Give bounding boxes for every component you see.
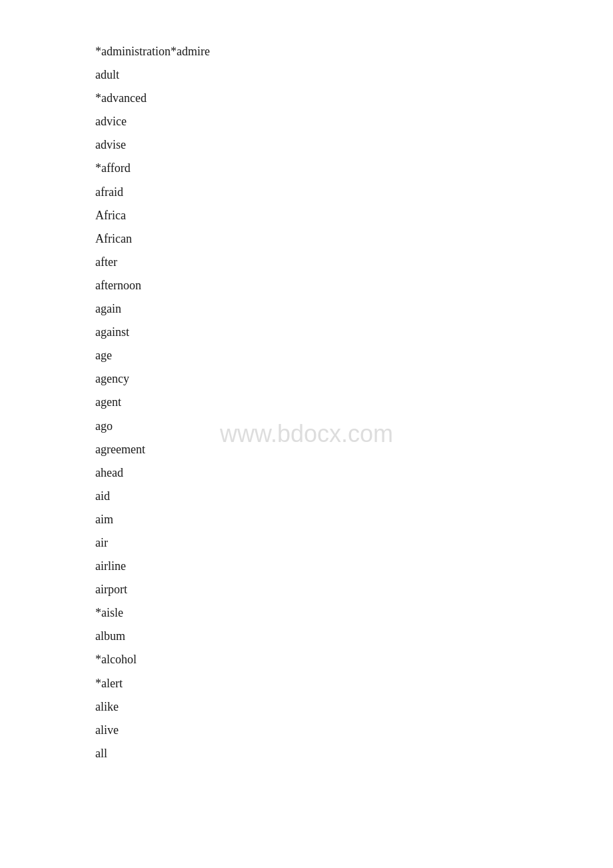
list-item: airline: [95, 555, 613, 578]
list-item: *aisle: [95, 601, 613, 625]
list-item: *afford: [95, 157, 613, 180]
list-item: age: [95, 344, 613, 367]
list-item: Africa: [95, 204, 613, 227]
list-item: *alcohol: [95, 648, 613, 671]
list-item: afraid: [95, 181, 613, 204]
list-item: agent: [95, 391, 613, 414]
list-item: *advanced: [95, 87, 613, 110]
list-item: *administration*admire: [95, 40, 613, 63]
list-item: album: [95, 625, 613, 648]
list-item: afternoon: [95, 274, 613, 297]
list-item: advise: [95, 133, 613, 157]
list-item: African: [95, 227, 613, 251]
list-item: ahead: [95, 461, 613, 485]
list-item: again: [95, 297, 613, 321]
list-item: adult: [95, 63, 613, 87]
list-item: after: [95, 251, 613, 274]
list-item: alive: [95, 719, 613, 742]
list-item: alike: [95, 695, 613, 719]
list-item: agency: [95, 367, 613, 391]
list-item: aim: [95, 508, 613, 531]
list-item: agreement: [95, 438, 613, 461]
list-item: against: [95, 321, 613, 344]
list-item: all: [95, 742, 613, 765]
list-item: air: [95, 531, 613, 555]
list-item: airport: [95, 578, 613, 601]
list-item: advice: [95, 110, 613, 133]
list-item: aid: [95, 485, 613, 508]
word-list: *administration*admireadult*advancedadvi…: [0, 0, 613, 805]
list-item: ago: [95, 415, 613, 438]
list-item: *alert: [95, 672, 613, 695]
